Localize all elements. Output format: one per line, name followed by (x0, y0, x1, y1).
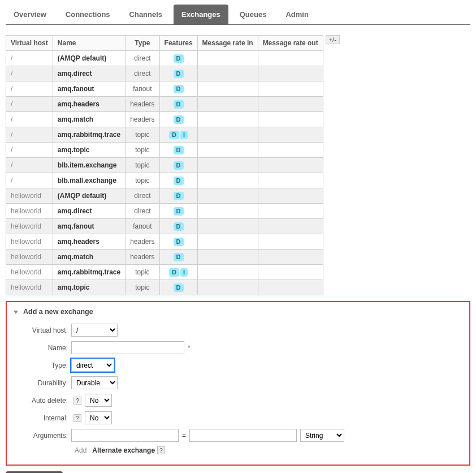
cell-features: D (159, 188, 197, 204)
cell-name[interactable]: blb.mall.exchange (53, 173, 125, 188)
columns-toggle-button[interactable]: +/- (326, 35, 340, 44)
durability-select[interactable]: Durable (71, 376, 118, 389)
cell-type: topic (126, 280, 159, 295)
cell-type: fanout (126, 81, 159, 97)
cell-vhost: helloworld (6, 265, 53, 280)
col-type: Type (126, 36, 159, 51)
cell-name[interactable]: amq.rabbitmq.trace (53, 265, 125, 280)
cell-type: headers (126, 112, 159, 127)
section-title: Add a new exchange (23, 308, 93, 316)
cell-name[interactable]: (AMQP default) (53, 51, 125, 66)
help-icon[interactable]: ? (73, 414, 81, 422)
add-link[interactable]: Add (75, 446, 86, 454)
cell-vhost: helloworld (6, 234, 53, 250)
cell-rate-out (258, 204, 323, 219)
cell-rate-in (197, 219, 258, 234)
section-toggle[interactable]: Add a new exchange (14, 308, 462, 316)
cell-name[interactable]: amq.direct (53, 204, 125, 219)
label-type: Type: (14, 362, 71, 369)
cell-vhost: helloworld (6, 280, 53, 295)
cell-name[interactable]: amq.fanout (53, 81, 125, 97)
cell-vhost: helloworld (6, 219, 53, 234)
tab-overview[interactable]: Overview (6, 5, 54, 24)
cell-features: D (159, 280, 197, 295)
feature-badge: D (174, 100, 184, 109)
required-mark: * (188, 344, 191, 352)
cell-rate-out (258, 234, 323, 250)
tab-queues[interactable]: Queues (232, 5, 275, 24)
feature-badge: I (180, 268, 188, 277)
feature-badge: I (180, 131, 188, 139)
auto-delete-select[interactable]: No (85, 394, 112, 407)
table-row: /amq.topictopicD (6, 143, 323, 158)
help-icon[interactable]: ? (157, 446, 165, 454)
cell-name[interactable]: amq.match (53, 112, 125, 127)
cell-type: headers (126, 234, 159, 250)
table-row: /amq.headersheadersD (6, 97, 323, 112)
cell-features: D (159, 204, 197, 219)
cell-features: D (159, 51, 197, 66)
cell-vhost: helloworld (6, 250, 53, 265)
cell-name[interactable]: amq.rabbitmq.trace (53, 127, 125, 143)
feature-badge: D (174, 177, 184, 185)
cell-name[interactable]: amq.headers (53, 234, 125, 250)
cell-type: topic (126, 143, 159, 158)
cell-name[interactable]: blb.item.exchange (53, 158, 125, 173)
tab-connections[interactable]: Connections (58, 5, 118, 24)
arg-value-input[interactable] (189, 429, 297, 442)
alternate-exchange-link[interactable]: Alternate exchange (92, 446, 155, 454)
feature-badge: D (174, 222, 184, 231)
cell-rate-in (197, 173, 258, 188)
feature-badge: D (174, 192, 184, 200)
type-select[interactable]: direct (71, 359, 114, 372)
help-icon[interactable]: ? (73, 397, 81, 405)
label-auto-delete: Auto delete: (14, 397, 71, 405)
table-row: /blb.item.exchangetopicD (6, 158, 323, 173)
cell-rate-out (258, 127, 323, 143)
cell-name[interactable]: amq.match (53, 250, 125, 265)
nav-tabs: Overview Connections Channels Exchanges … (6, 5, 470, 25)
cell-name[interactable]: amq.fanout (53, 219, 125, 234)
cell-features: D (159, 143, 197, 158)
label-name: Name: (14, 344, 71, 352)
arg-key-input[interactable] (71, 429, 179, 442)
cell-name[interactable]: amq.headers (53, 97, 125, 112)
name-input[interactable] (71, 341, 184, 354)
cell-features: D (159, 250, 197, 265)
cell-type: headers (126, 97, 159, 112)
cell-rate-in (197, 280, 258, 295)
cell-rate-out (258, 143, 323, 158)
cell-vhost: / (6, 173, 53, 188)
cell-features: D (159, 158, 197, 173)
cell-name[interactable]: amq.topic (53, 280, 125, 295)
tab-channels[interactable]: Channels (122, 5, 171, 24)
cell-rate-out (258, 97, 323, 112)
tab-exchanges[interactable]: Exchanges (174, 5, 228, 24)
equals-sign: = (182, 432, 186, 440)
cell-rate-in (197, 97, 258, 112)
cell-features: DI (159, 127, 197, 143)
arg-type-select[interactable]: String (300, 429, 344, 442)
cell-vhost: / (6, 81, 53, 97)
cell-name[interactable]: amq.direct (53, 66, 125, 81)
cell-vhost: / (6, 66, 53, 81)
cell-rate-in (197, 234, 258, 250)
feature-badge: D (174, 238, 184, 246)
cell-vhost: / (6, 127, 53, 143)
vhost-select[interactable]: / (71, 324, 118, 337)
cell-type: headers (126, 250, 159, 265)
cell-features: D (159, 97, 197, 112)
cell-features: D (159, 81, 197, 97)
feature-badge: D (174, 54, 184, 63)
table-row: /amq.directdirectD (6, 66, 323, 81)
exchanges-table: Virtual host Name Type Features Message … (6, 35, 323, 295)
col-vhost: Virtual host (6, 36, 53, 51)
cell-type: direct (126, 66, 159, 81)
tab-admin[interactable]: Admin (278, 5, 316, 24)
cell-name[interactable]: (AMQP default) (53, 188, 125, 204)
cell-name[interactable]: amq.topic (53, 143, 125, 158)
internal-select[interactable]: No (85, 411, 112, 424)
cell-features: D (159, 219, 197, 234)
label-arguments: Arguments: (14, 432, 71, 440)
col-rate-out: Message rate out (258, 36, 323, 51)
